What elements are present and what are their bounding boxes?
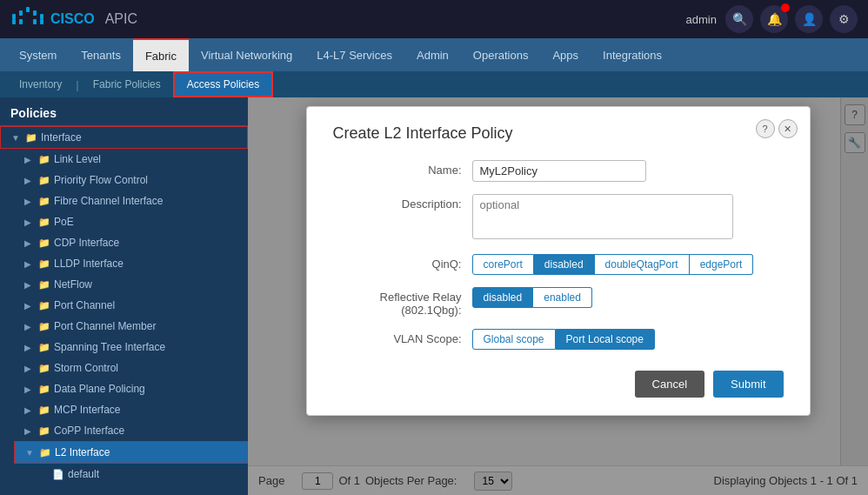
cisco-logo: CISCO APIC [10, 7, 137, 31]
tree-item-port-channel[interactable]: ▶ Port Channel [14, 295, 248, 316]
tree-item-storm-control[interactable]: ▶ Storm Control [14, 358, 248, 378]
vlan-scope-portlocal-btn[interactable]: Port Local scope [556, 329, 655, 350]
tree-item-data-plane[interactable]: ▶ Data Plane Policing [14, 378, 248, 399]
sidebar: Policies ▼ Interface ▶ Link Level ▶ Prio… [0, 97, 248, 495]
tree-item-default[interactable]: default [28, 464, 248, 485]
tree-item-interface[interactable]: ▼ Interface [0, 126, 248, 149]
svg-rect-6 [33, 19, 37, 24]
folder-icon-data-plane [38, 383, 50, 395]
qinq-toggle-group: corePort disabled doubleQtagPort edgePor… [472, 254, 784, 275]
nav-virtual-networking[interactable]: Virtual Networking [189, 38, 304, 71]
modal-footer: Cancel Submit [333, 371, 784, 398]
reflective-relay-disabled-btn[interactable]: disabled [472, 287, 534, 308]
nav-tenants[interactable]: Tenants [69, 38, 133, 71]
tree-item-link-level[interactable]: ▶ Link Level [14, 149, 248, 170]
qinq-disabled-btn[interactable]: disabled [534, 254, 595, 275]
settings-icon-btn[interactable]: ⚙ [830, 5, 858, 33]
tree-label-interface: Interface [41, 131, 82, 144]
name-input[interactable] [472, 160, 646, 182]
folder-icon-cdp [38, 237, 50, 249]
reflective-relay-toggle-group: disabled enabled [472, 287, 784, 308]
folder-icon-poe [38, 216, 50, 228]
modal-close-btn[interactable]: ✕ [778, 119, 798, 138]
header-icons: 🔍 🔔 👤 ⚙ [725, 5, 858, 33]
folder-icon-priority-flow [38, 174, 50, 186]
main-content: Create L2 Interface Policy ? ✕ Name: Des… [248, 97, 868, 495]
folder-icon-storm-control [38, 362, 50, 374]
tree-item-poe[interactable]: ▶ PoE [14, 211, 248, 232]
user-icon-btn[interactable]: 👤 [795, 5, 823, 33]
tree-label-storm-control: Storm Control [54, 362, 118, 374]
search-icon-btn[interactable]: 🔍 [725, 5, 753, 33]
svg-rect-2 [33, 10, 37, 16]
modal-overlay: Create L2 Interface Policy ? ✕ Name: Des… [248, 97, 868, 495]
cancel-button[interactable]: Cancel [635, 371, 704, 398]
tree-label-poe: PoE [54, 216, 74, 228]
vlan-scope-global-btn[interactable]: Global scope [472, 329, 556, 350]
tree-label-cdp: CDP Interface [54, 237, 119, 249]
svg-rect-8 [40, 19, 43, 24]
subnav-fabric-policies[interactable]: Fabric Policies [81, 71, 173, 97]
qinq-coreport-btn[interactable]: corePort [472, 254, 534, 275]
qinq-label: QinQ: [333, 254, 472, 271]
reflective-relay-enabled-btn[interactable]: enabled [533, 287, 592, 308]
tree-item-cdp[interactable]: ▶ CDP Interface [14, 232, 248, 253]
tree-item-lldp[interactable]: ▶ LLDP Interface [14, 253, 248, 274]
folder-icon-fibre-channel [38, 195, 50, 207]
folder-icon-l2-interface [39, 446, 51, 458]
folder-icon-lldp [38, 258, 50, 270]
nav-fabric[interactable]: Fabric [133, 38, 189, 71]
nav-admin[interactable]: Admin [404, 38, 461, 71]
name-label: Name: [333, 160, 472, 177]
svg-rect-5 [19, 19, 23, 24]
form-row-qinq: QinQ: corePort disabled doubleQtagPort e… [333, 254, 784, 275]
description-textarea[interactable] [472, 194, 733, 239]
tree-item-spanning-tree[interactable]: ▶ Spanning Tree Interface [14, 337, 248, 358]
qinq-edgeport-btn[interactable]: edgePort [690, 254, 754, 275]
tree-item-l2-interface[interactable]: ▼ L2 Interface [14, 441, 248, 464]
notifications-icon-btn[interactable]: 🔔 [760, 5, 788, 33]
folder-icon-link-level [38, 153, 50, 165]
tree-label-data-plane: Data Plane Policing [54, 383, 145, 395]
svg-rect-1 [19, 10, 23, 16]
tree-item-netflow[interactable]: ▶ NetFlow [14, 274, 248, 295]
folder-icon-mcp [38, 404, 50, 416]
tree-item-priority-flow[interactable]: ▶ Priority Flow Control [14, 170, 248, 191]
modal-help-btn[interactable]: ? [756, 119, 775, 138]
vlan-scope-toggle-group: Global scope Port Local scope [472, 329, 784, 350]
header: CISCO APIC admin 🔍 🔔 👤 ⚙ [0, 0, 868, 38]
file-icon-default [52, 468, 64, 480]
tree-item-copp[interactable]: ▶ CoPP Interface [14, 420, 248, 441]
tree-label-default: default [68, 468, 99, 480]
main-layout: Policies ▼ Interface ▶ Link Level ▶ Prio… [0, 97, 868, 495]
description-control [472, 194, 784, 242]
tree-item-mcp[interactable]: ▶ MCP Interface [14, 399, 248, 420]
apic-label: APIC [105, 11, 137, 27]
submit-button[interactable]: Submit [713, 371, 783, 398]
folder-icon-netflow [38, 278, 50, 291]
form-row-description: Description: [333, 194, 784, 242]
tree-label-port-channel-member: Port Channel Member [54, 320, 156, 332]
qinq-doubleqtagport-btn[interactable]: doubleQtagPort [595, 254, 690, 275]
nav-integrations[interactable]: Integrations [591, 38, 674, 71]
sub-nav: Inventory | Fabric Policies Access Polic… [0, 71, 868, 97]
folder-icon-interface [25, 131, 37, 144]
tree-label-netflow: NetFlow [54, 278, 92, 291]
sidebar-header: Policies [0, 97, 248, 126]
tree-children-interface: ▶ Link Level ▶ Priority Flow Control ▶ F… [0, 149, 248, 485]
tree-label-l2-interface: L2 Interface [55, 446, 110, 458]
svg-rect-4 [40, 14, 43, 19]
svg-rect-0 [26, 7, 30, 12]
subnav-inventory[interactable]: Inventory [7, 71, 74, 97]
folder-icon-copp [38, 425, 50, 437]
tree-item-port-channel-member[interactable]: ▶ Port Channel Member [14, 316, 248, 337]
nav-operations[interactable]: Operations [461, 38, 541, 71]
nav-apps[interactable]: Apps [540, 38, 591, 71]
tree-children-l2-interface: default [14, 464, 248, 485]
modal-title: Create L2 Interface Policy [333, 124, 784, 143]
nav-l4l7[interactable]: L4-L7 Services [304, 38, 404, 71]
subnav-access-policies[interactable]: Access Policies [173, 71, 273, 97]
tree-label-lldp: LLDP Interface [54, 258, 124, 270]
nav-system[interactable]: System [7, 38, 69, 71]
tree-item-fibre-channel[interactable]: ▶ Fibre Channel Interface [14, 191, 248, 211]
